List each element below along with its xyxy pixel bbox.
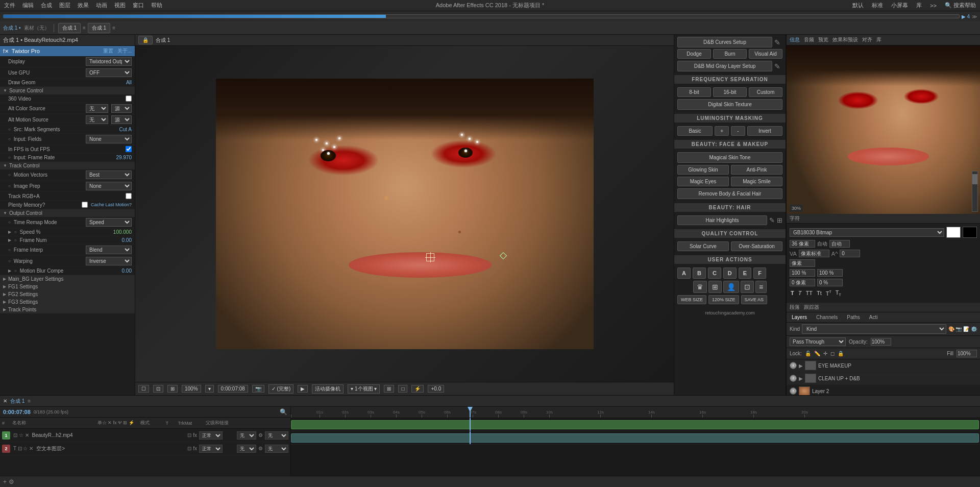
sub-btn[interactable]: TT [835, 288, 842, 298]
paragraph-tab[interactable]: 段落 [790, 304, 800, 311]
viewer-quality[interactable]: ✓ (完整) [268, 384, 293, 394]
dnb-curves-btn[interactable]: D&B Curves Setup [677, 37, 772, 47]
baseline-input[interactable] [790, 279, 815, 286]
time-remap-select[interactable]: Speed [86, 218, 132, 227]
layer-cleanup[interactable]: 👁 ▶ CLEAN UP + D&B [787, 372, 980, 385]
search-help[interactable]: 🔍 搜索帮助 [945, 2, 976, 9]
timeline-add-layer[interactable]: + [3, 478, 7, 485]
user-btn-c[interactable]: C [708, 267, 721, 279]
bit16-btn[interactable]: 16-bit [713, 87, 747, 97]
lock-artboard-icon[interactable]: ◻ [830, 351, 835, 356]
burn-btn[interactable]: Burn [713, 49, 747, 59]
glowing-skin-btn[interactable]: Glowing Skin [677, 165, 729, 175]
ruler-20s[interactable]: 20s [801, 410, 808, 418]
plus-btn[interactable]: + [715, 126, 729, 136]
unit-input[interactable] [790, 259, 815, 267]
track-1[interactable]: 1 ⊡ ☆ ✕ BeautyR...h2.mp4 ⊡ fx 正常 无 ⚙ 无 [0, 429, 290, 442]
viewer-play[interactable]: ▶ [298, 385, 308, 393]
workspace-small-screen[interactable]: 小屏幕 [891, 2, 908, 9]
ruler-03s[interactable]: 03s [368, 410, 374, 418]
ruler-16s[interactable]: 16s [699, 410, 706, 418]
menu-window[interactable]: 窗口 [133, 2, 144, 9]
track-points-settings[interactable]: ▶ Track Points [0, 306, 135, 313]
eye-expand-icon[interactable]: ▶ [799, 363, 803, 369]
kind-select[interactable]: Kind [802, 324, 946, 334]
comp-tab-menu[interactable]: ≡ [83, 25, 86, 31]
all-caps-btn[interactable]: TT [804, 289, 813, 297]
magic-eyes-btn[interactable]: Magic Eyes [677, 177, 729, 186]
menu-layer[interactable]: 图层 [59, 2, 70, 9]
menu-effects[interactable]: 效果 [78, 2, 89, 9]
tab-preview[interactable]: 预览 [818, 36, 828, 43]
menu-help[interactable]: 帮助 [151, 2, 162, 9]
fg1-settings[interactable]: ▶ FG1 Settings [0, 283, 135, 290]
menu-file[interactable]: 文件 [4, 2, 15, 9]
timeline-close[interactable]: ✕ [3, 398, 7, 404]
layer-eye-makeup[interactable]: 👁 ▶ EYE MAKEUP [787, 359, 980, 372]
anti-pink-btn[interactable]: Anti-Pink [731, 165, 782, 175]
twixtor-header[interactable]: f✕ Twixtor Pro 重置 关于... [0, 46, 135, 56]
web-size-btn[interactable]: WEB SIZE [677, 295, 706, 304]
font-size-input[interactable] [790, 240, 815, 248]
over-saturation-btn[interactable]: Over-Saturation [731, 241, 782, 251]
tracker-tab[interactable]: 跟踪器 [804, 304, 819, 311]
user-btn-d[interactable]: D [723, 267, 737, 279]
ruler-04s[interactable]: 04s [393, 410, 400, 418]
save-as-btn[interactable]: SAVE AS [741, 295, 767, 304]
tab-character[interactable]: 字符 [790, 215, 800, 222]
zoom-select[interactable]: 100% [182, 385, 201, 393]
alt-motion-v1[interactable]: 无 [86, 115, 108, 124]
digital-skin-btn[interactable]: Digital Skin Texture [677, 99, 782, 110]
lock-all-icon[interactable]: 🔒 [838, 351, 844, 356]
small-caps-btn[interactable]: Tt [816, 289, 823, 297]
super-btn[interactable]: TT [825, 289, 832, 298]
viewer-lock-btn[interactable]: 🔒 [138, 36, 153, 44]
track2-parent[interactable]: 无 [265, 445, 288, 453]
solar-curve-btn[interactable]: Solar Curve [677, 241, 729, 251]
cleanup-vis-icon[interactable]: 👁 [790, 375, 797, 382]
zoom-fit[interactable]: ▾ [205, 385, 214, 393]
workspace-more[interactable]: >> [930, 3, 937, 9]
workspace-default[interactable]: 默认 [852, 2, 864, 9]
timeline-playhead[interactable] [470, 407, 471, 418]
lock-edit-icon[interactable]: ✏️ [814, 351, 820, 356]
blend-mode-select[interactable]: Pass Through [790, 337, 846, 346]
layers-tab-layers[interactable]: Layers [790, 313, 809, 321]
dnb-mid-gray-btn[interactable]: D&B Mid Gray Layer Setup [677, 61, 772, 71]
tab-library[interactable]: 库 [876, 36, 881, 43]
alt-motion-v2[interactable]: 源 [111, 115, 132, 124]
viewer-icons-1[interactable]: ⊞ [384, 385, 394, 393]
alt-color-v1[interactable]: 无 [86, 104, 108, 113]
ruler-09s[interactable]: 09s [521, 410, 527, 418]
lock-move-icon[interactable]: ✛ [823, 351, 827, 356]
layers-tab-channels[interactable]: Channels [814, 313, 840, 321]
kern-input[interactable] [840, 250, 860, 257]
layers-tab-actions[interactable]: Acti [867, 313, 880, 321]
user-btn-e[interactable]: E [739, 267, 751, 279]
layers-filter-icons[interactable]: 🎨 📷 📝 ⚙️ [948, 326, 977, 332]
ruler-06s[interactable]: 06s [444, 410, 451, 418]
workspace-standard[interactable]: 标准 [872, 2, 883, 9]
hair-highlight-icon2[interactable]: ⊞ [777, 216, 782, 224]
tab-align[interactable]: 对齐 [862, 36, 872, 43]
magic-smile-btn[interactable]: Magic Smile [731, 177, 782, 186]
text-color-swatch[interactable] [946, 227, 961, 238]
user-btn-a[interactable]: A [677, 267, 691, 279]
current-time-display[interactable]: 0:00:07:08 [3, 409, 31, 415]
warping-select[interactable]: Inverse [86, 257, 132, 265]
input-fields-select[interactable]: None [86, 135, 132, 143]
viewer-preview[interactable] [135, 46, 674, 382]
comp-tab-menu2[interactable]: ≡ [112, 25, 115, 31]
visual-aid-btn[interactable]: Visual Aid [749, 49, 782, 59]
frame-icon-btn[interactable]: ⊡ [741, 281, 754, 293]
ruler-18s[interactable]: 18s [750, 410, 757, 418]
track1-mode[interactable]: 正常 [199, 431, 223, 440]
ruler-14s[interactable]: 14s [648, 410, 655, 418]
dnb-curves-pencil[interactable]: ✎ [772, 38, 782, 46]
minus-btn[interactable]: - [731, 126, 745, 136]
plugin-reset[interactable]: 重置 [103, 47, 113, 55]
ruler-12s[interactable]: 12s [597, 410, 604, 418]
display-select[interactable]: Twixtored Output [86, 57, 132, 66]
remove-body-btn[interactable]: Remove Body & Facial Hair [677, 188, 782, 199]
track1-trkmat[interactable]: 无 [237, 431, 256, 440]
